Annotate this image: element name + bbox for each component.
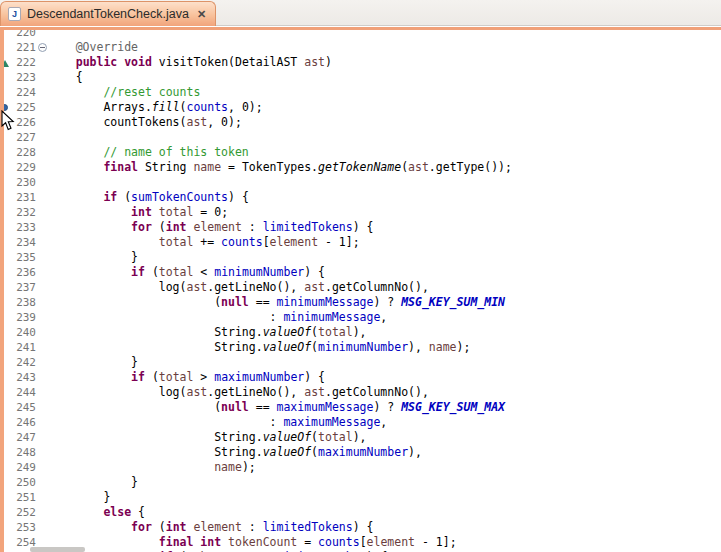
code-line[interactable]: 230 xyxy=(4,175,721,190)
code-text[interactable]: : maximumMessage, xyxy=(48,415,387,430)
code-text[interactable]: } xyxy=(48,475,138,490)
horizontal-scrollbar-thumb[interactable] xyxy=(30,547,85,552)
code-line[interactable]: 233 for (int element : limitedTokens) { xyxy=(4,220,721,235)
code-line[interactable]: 243 if (total > maximumNumber) { xyxy=(4,370,721,385)
line-number[interactable]: 221 xyxy=(10,40,36,55)
code-text[interactable]: (null == minimumMessage) ? MSG_KEY_SUM_M… xyxy=(48,295,505,310)
code-text[interactable]: countTokens(ast, 0); xyxy=(48,115,242,130)
code-text[interactable]: } xyxy=(48,250,138,265)
code-line[interactable]: 227 xyxy=(4,130,721,145)
code-line[interactable]: 228 // name of this token xyxy=(4,145,721,160)
line-number[interactable]: 245 xyxy=(10,400,36,415)
code-text[interactable]: Arrays.fill(counts, 0); xyxy=(48,100,263,115)
code-text[interactable]: @Override xyxy=(48,40,138,55)
code-text[interactable]: name); xyxy=(48,460,256,475)
code-text[interactable]: if (total > maximumNumber) { xyxy=(48,370,325,385)
code-line[interactable]: 222 public void visitToken(DetailAST ast… xyxy=(4,55,721,70)
code-text[interactable]: else { xyxy=(48,505,145,520)
code-line[interactable]: 249 name); xyxy=(4,460,721,475)
code-line[interactable]: 237 log(ast.getLineNo(), ast.getColumnNo… xyxy=(4,280,721,295)
line-number[interactable]: 237 xyxy=(10,280,36,295)
line-number[interactable]: 229 xyxy=(10,160,36,175)
code-line[interactable]: 234 total += counts[element - 1]; xyxy=(4,235,721,250)
code-text[interactable]: final int tokenCount = counts[element - … xyxy=(48,535,457,550)
line-number[interactable]: 250 xyxy=(10,475,36,490)
fold-collapse-icon[interactable] xyxy=(38,43,47,52)
line-number[interactable]: 236 xyxy=(10,265,36,280)
code-text[interactable]: for (int element : limitedTokens) { xyxy=(48,520,374,535)
code-line[interactable]: 240 String.valueOf(total), xyxy=(4,325,721,340)
code-line[interactable]: 220 xyxy=(4,30,721,40)
line-number[interactable]: 249 xyxy=(10,460,36,475)
code-text[interactable]: final String name = TokenTypes.getTokenN… xyxy=(48,160,512,175)
code-text[interactable]: public void visitToken(DetailAST ast) xyxy=(48,55,332,70)
code-text[interactable]: : minimumMessage, xyxy=(48,310,387,325)
line-number[interactable]: 239 xyxy=(10,310,36,325)
line-number[interactable]: 252 xyxy=(10,505,36,520)
code-line[interactable]: 246 : maximumMessage, xyxy=(4,415,721,430)
line-number[interactable]: 222 xyxy=(10,55,36,70)
code-text[interactable]: String.valueOf(total), xyxy=(48,430,367,445)
line-number[interactable]: 244 xyxy=(10,385,36,400)
line-number[interactable]: 228 xyxy=(10,145,36,160)
line-number[interactable]: 224 xyxy=(10,85,36,100)
code-line[interactable]: 231 if (sumTokenCounts) { xyxy=(4,190,721,205)
code-line[interactable]: 226 countTokens(ast, 0); xyxy=(4,115,721,130)
code-line[interactable]: 225 Arrays.fill(counts, 0); xyxy=(4,100,721,115)
code-text[interactable]: if (sumTokenCounts) { xyxy=(48,190,249,205)
line-number[interactable]: 233 xyxy=(10,220,36,235)
line-number[interactable]: 238 xyxy=(10,295,36,310)
code-line[interactable]: 244 log(ast.getLineNo(), ast.getColumnNo… xyxy=(4,385,721,400)
code-line[interactable]: 221 @Override xyxy=(4,40,721,55)
line-number[interactable]: 232 xyxy=(10,205,36,220)
line-number[interactable]: 241 xyxy=(10,340,36,355)
line-number[interactable]: 242 xyxy=(10,355,36,370)
line-number[interactable]: 247 xyxy=(10,430,36,445)
code-text[interactable]: log(ast.getLineNo(), ast.getColumnNo(), xyxy=(48,280,429,295)
line-number[interactable]: 246 xyxy=(10,415,36,430)
code-text[interactable]: //reset counts xyxy=(48,85,200,100)
code-text[interactable]: log(ast.getLineNo(), ast.getColumnNo(), xyxy=(48,385,429,400)
code-text[interactable]: String.valueOf(minimumNumber), name); xyxy=(48,340,470,355)
code-line[interactable]: 236 if (total < minimumNumber) { xyxy=(4,265,721,280)
code-line[interactable]: 250 } xyxy=(4,475,721,490)
code-text[interactable]: total += counts[element - 1]; xyxy=(48,235,360,250)
line-number[interactable]: 240 xyxy=(10,325,36,340)
code-line[interactable]: 252 else { xyxy=(4,505,721,520)
line-number[interactable]: 251 xyxy=(10,490,36,505)
line-number[interactable]: 248 xyxy=(10,445,36,460)
tab-close-icon[interactable]: ✕ xyxy=(197,9,206,20)
code-line[interactable]: 241 String.valueOf(minimumNumber), name)… xyxy=(4,340,721,355)
code-line[interactable]: 251 } xyxy=(4,490,721,505)
code-line[interactable]: 247 String.valueOf(total), xyxy=(4,430,721,445)
code-text[interactable]: } xyxy=(48,355,138,370)
code-text[interactable]: int total = 0; xyxy=(48,205,228,220)
line-number[interactable]: 243 xyxy=(10,370,36,385)
code-editor-area[interactable]: 220221 @Override222 public void visitTok… xyxy=(4,30,721,552)
line-number[interactable]: 223 xyxy=(10,70,36,85)
code-line[interactable]: 245 (null == maximumMessage) ? MSG_KEY_S… xyxy=(4,400,721,415)
code-text[interactable]: { xyxy=(48,70,83,85)
code-line[interactable]: 238 (null == minimumMessage) ? MSG_KEY_S… xyxy=(4,295,721,310)
code-line[interactable]: 235 } xyxy=(4,250,721,265)
line-number[interactable]: 230 xyxy=(10,175,36,190)
code-line[interactable]: 224 //reset counts xyxy=(4,85,721,100)
code-text[interactable]: String.valueOf(maximumNumber), xyxy=(48,445,422,460)
line-number[interactable]: 227 xyxy=(10,130,36,145)
line-number[interactable]: 220 xyxy=(10,30,36,40)
line-number[interactable]: 235 xyxy=(10,250,36,265)
code-text[interactable]: for (int element : limitedTokens) { xyxy=(48,220,374,235)
code-line[interactable]: 253 for (int element : limitedTokens) { xyxy=(4,520,721,535)
code-text[interactable]: } xyxy=(48,490,110,505)
code-text[interactable]: (null == maximumMessage) ? MSG_KEY_SUM_M… xyxy=(48,400,505,415)
line-number[interactable]: 234 xyxy=(10,235,36,250)
code-text[interactable]: // name of this token xyxy=(48,145,249,160)
line-number[interactable]: 231 xyxy=(10,190,36,205)
code-line[interactable]: 223 { xyxy=(4,70,721,85)
code-text[interactable]: String.valueOf(total), xyxy=(48,325,367,340)
code-line[interactable]: 229 final String name = TokenTypes.getTo… xyxy=(4,160,721,175)
code-line[interactable]: 232 int total = 0; xyxy=(4,205,721,220)
code-line[interactable]: 254 final int tokenCount = counts[elemen… xyxy=(4,535,721,550)
code-line[interactable]: 242 } xyxy=(4,355,721,370)
code-text[interactable]: if (total < minimumNumber) { xyxy=(48,265,325,280)
